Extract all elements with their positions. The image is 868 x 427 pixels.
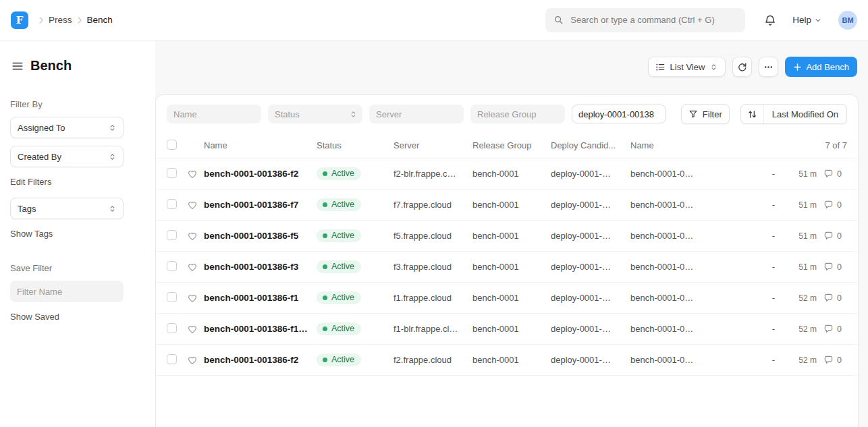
status-cell: Active [317,167,394,180]
status-badge: Active [317,229,361,242]
tags-cell: - [752,324,779,334]
assigned-to-select[interactable]: Assigned To [10,117,124,138]
comment-count: 0 [837,231,842,241]
comments-cell: 0 [817,169,847,179]
favorite-button[interactable] [187,169,198,179]
refresh-icon [737,62,747,72]
deploy-candidate-cell: deploy-0001-… [551,169,630,179]
row-checkbox[interactable] [167,292,177,302]
table-row[interactable]: bench-0001-001386-f7 Active f7.frappe.cl… [156,190,858,221]
status-cell: Active [317,198,394,211]
view-selector-button[interactable]: List View [648,57,726,77]
assigned-to-label: Assigned To [18,123,65,133]
row-checkbox[interactable] [167,168,177,178]
select-all-checkbox[interactable] [167,140,177,150]
sidebar-toggle-button[interactable] [11,60,24,72]
table-row[interactable]: bench-0001-001386-f1… Active f1-blr.frap… [156,314,858,345]
add-bench-label: Add Bench [806,62,849,72]
comment-icon [823,293,834,303]
more-options-button[interactable] [759,57,778,77]
favorite-button[interactable] [187,355,198,366]
search-input[interactable] [569,14,737,26]
table-row[interactable]: bench-0001-001386-f2 Active f2-blr.frapp… [156,159,858,190]
release-group-filter-input[interactable] [470,105,565,123]
sort-direction-button[interactable] [741,105,764,123]
page-title: Bench [30,58,72,74]
created-by-label: Created By [18,152,61,162]
favorite-button[interactable] [187,200,198,210]
tags-cell: - [752,293,779,303]
chevron-updown-icon [709,63,718,72]
edit-filters-link[interactable]: Edit Filters [10,177,51,187]
created-by-select[interactable]: Created By [10,146,124,167]
frappe-logo[interactable]: F [11,11,28,29]
row-checkbox[interactable] [167,323,177,333]
heart-icon [187,169,198,179]
chevron-updown-icon [349,110,358,119]
column-header-release-group: Release Group [472,140,551,150]
row-checkbox[interactable] [167,261,177,271]
deploy-candidate-cell: deploy-0001-… [551,355,630,365]
comment-count: 0 [837,355,842,365]
sort-field-button[interactable]: Last Modified On [764,105,846,123]
filter-button[interactable]: Filter [681,104,730,124]
filter-by-label: Filter By [10,99,144,109]
table-header-row: Name Status Server Release Group Deploy … [156,133,858,159]
status-dot-icon [323,326,327,331]
add-bench-button[interactable]: Add Bench [785,57,857,77]
release-group-cell: bench-0001 [472,231,551,241]
comments-cell: 0 [817,262,847,272]
heart-icon [187,355,198,366]
modified-time-cell: 51 m [779,169,817,179]
favorite-button[interactable] [187,231,198,241]
release-group-cell: bench-0001 [472,324,551,334]
chevron-down-icon [814,16,822,24]
breadcrumb-item-press[interactable]: Press [49,15,72,25]
comment-count: 0 [837,324,842,334]
deploy-candidate-filter-input[interactable] [572,105,666,123]
deploy-candidate-cell: deploy-0001-… [551,293,630,303]
name-filter-input[interactable] [167,105,261,123]
tags-cell: - [752,169,779,179]
table-row[interactable]: bench-0001-001386-f2 Active f2.frappe.cl… [156,345,858,376]
server-cell: f1.frappe.cloud [394,293,472,303]
show-tags-link[interactable]: Show Tags [10,229,53,239]
row-checkbox[interactable] [167,199,177,209]
status-filter-select[interactable]: Status [268,105,362,123]
server-cell: f2-blr.frappe.c… [394,169,472,179]
command-search[interactable] [545,8,745,32]
refresh-button[interactable] [732,57,752,77]
row-checkbox[interactable] [167,354,177,364]
bench-name-secondary-cell: bench-0001-0… [630,293,752,303]
breadcrumb-item-bench[interactable]: Bench [87,15,113,25]
table-filter-bar: Status Filter [156,95,858,133]
column-header-deploy-candidate: Deploy Candid... [551,140,630,150]
tags-select[interactable]: Tags [10,198,124,219]
filter-name-input[interactable] [10,281,124,302]
navbar-actions: Help BM [764,11,857,30]
favorite-button[interactable] [187,324,198,335]
bench-name-secondary-cell: bench-0001-0… [630,355,752,365]
deploy-candidate-cell: deploy-0001-… [551,200,630,210]
help-menu[interactable]: Help [792,15,822,25]
table-row[interactable]: bench-0001-001386-f1 Active f1.frappe.cl… [156,283,858,314]
notifications-button[interactable] [764,14,776,26]
table-body: bench-0001-001386-f2 Active f2-blr.frapp… [156,159,858,376]
table-row[interactable]: bench-0001-001386-f3 Active f3.frappe.cl… [156,252,858,283]
tags-cell: - [752,355,779,365]
status-dot-icon [323,358,327,362]
comments-cell: 0 [817,200,847,210]
comment-count: 0 [837,262,842,272]
server-filter-input[interactable] [369,105,464,123]
comments-cell: 0 [817,355,847,365]
modified-time-cell: 52 m [779,355,817,365]
table-row[interactable]: bench-0001-001386-f5 Active f5.frappe.cl… [156,221,858,252]
status-cell: Active [317,353,394,366]
row-checkbox[interactable] [167,230,177,240]
server-cell: f1-blr.frappe.cl… [394,324,472,334]
show-saved-link[interactable]: Show Saved [10,312,59,322]
modified-time-cell: 51 m [779,200,817,210]
user-avatar[interactable]: BM [838,11,857,30]
favorite-button[interactable] [187,262,198,273]
favorite-button[interactable] [187,293,198,304]
